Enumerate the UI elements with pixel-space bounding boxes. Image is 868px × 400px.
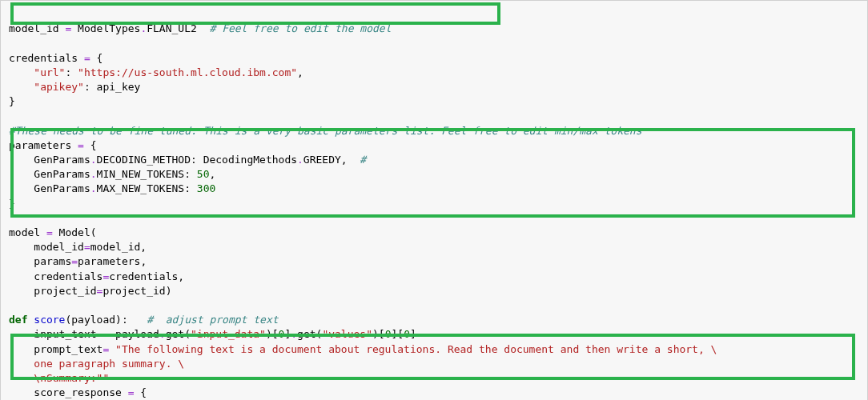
code-line: "url": "https://us-south.ml.cloud.ibm.co…	[9, 66, 303, 78]
code-line: input_text = payload.get("input_data")[0…	[9, 328, 416, 340]
code-editor[interactable]: model_id = ModelTypes.FLAN_UL2 # Feel fr…	[0, 0, 868, 400]
code-line: one paragraph summary. \	[9, 358, 184, 370]
code-line: model = Model(	[9, 226, 97, 238]
code-line: params=parameters,	[9, 255, 147, 267]
code-line: GenParams.DECODING_METHOD: DecodingMetho…	[9, 154, 366, 166]
code-line: \nSummary:""	[9, 372, 109, 384]
code-line: parameters = {	[9, 139, 97, 151]
code-line: score_response = {	[9, 386, 147, 398]
code-line: }	[9, 198, 15, 210]
code-line: #These needs to be fine tuned. This is a…	[9, 125, 642, 137]
highlight-box-model-id	[10, 2, 500, 25]
code-line: }	[9, 95, 15, 107]
code-line: credentials=credentials,	[9, 270, 184, 282]
code-line: credentials = {	[9, 52, 102, 64]
code-line: GenParams.MAX_NEW_TOKENS: 300	[9, 182, 215, 194]
code-line: model_id = ModelTypes.FLAN_UL2 # Feel fr…	[9, 22, 391, 34]
code-line: def score(payload): # adjust prompt text	[9, 314, 279, 326]
code-line: "apikey": api_key	[9, 81, 140, 93]
code-line: GenParams.MIN_NEW_TOKENS: 50,	[9, 168, 215, 180]
code-line: project_id=project_id)	[9, 285, 172, 297]
code-line: prompt_text= "The following text is a do…	[9, 343, 717, 355]
code-line: model_id=model_id,	[9, 241, 147, 253]
